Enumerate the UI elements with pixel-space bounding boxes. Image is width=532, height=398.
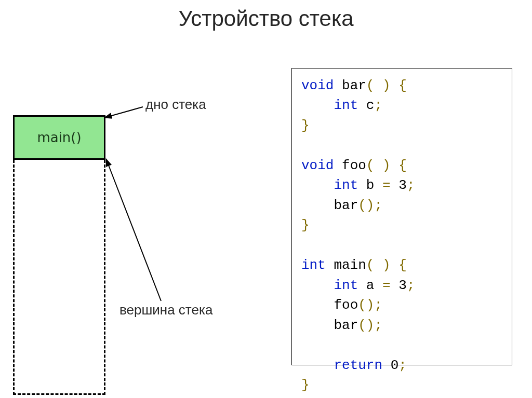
code-punc: = <box>382 177 391 193</box>
arrow-to-stack-top <box>107 104 148 119</box>
code-ident: b <box>358 177 382 193</box>
stack-frame-main: main() <box>13 115 105 160</box>
code-punc: } <box>301 118 310 133</box>
code-ident: foo <box>334 158 366 173</box>
code-kw: int <box>334 278 358 293</box>
code-kw: int <box>334 98 358 113</box>
code-ident: c <box>358 98 374 113</box>
code-kw: return <box>334 358 382 373</box>
code-punc: ( ) <box>366 257 391 273</box>
code-kw: void <box>301 158 334 173</box>
code-punc: { <box>391 78 407 93</box>
stack-bottom-label: дно стека <box>145 97 206 113</box>
code-ident: foo <box>334 297 358 313</box>
code-punc: (); <box>358 297 382 313</box>
code-punc: { <box>391 257 407 273</box>
code-ident: bar <box>334 318 358 333</box>
code-kw: void <box>301 78 334 93</box>
code-ident: a <box>358 278 382 293</box>
stack-empty-region <box>13 160 105 395</box>
code-punc: ; <box>407 177 415 193</box>
code-num: 3 <box>391 177 407 193</box>
code-punc: ; <box>398 358 407 373</box>
code-punc: ; <box>374 98 382 113</box>
code-num: 3 <box>391 278 407 293</box>
code-punc: (); <box>358 318 382 333</box>
code-kw: int <box>301 257 326 273</box>
svg-line-0 <box>110 107 143 116</box>
code-punc: (); <box>358 198 382 213</box>
code-punc: ; <box>407 278 415 293</box>
code-punc: ( ) <box>366 158 391 173</box>
code-num: 0 <box>382 358 398 373</box>
stack-diagram: main() <box>13 115 107 395</box>
stack-frame-main-label: main() <box>37 130 81 145</box>
code-kw: int <box>334 177 358 193</box>
code-ident: bar <box>334 78 366 93</box>
code-punc: } <box>301 377 310 393</box>
code-punc: { <box>391 158 407 173</box>
code-punc: ( ) <box>366 78 391 93</box>
code-ident: main <box>326 257 366 273</box>
code-punc: = <box>382 278 391 293</box>
arrow-to-stack-bottom <box>104 161 166 306</box>
code-punc: } <box>301 217 310 233</box>
code-ident: bar <box>334 198 358 213</box>
svg-line-1 <box>108 164 161 301</box>
page-title: Устройство стека <box>0 6 532 31</box>
code-listing: void bar( ) { int c; } void foo( ) { int… <box>291 68 512 365</box>
